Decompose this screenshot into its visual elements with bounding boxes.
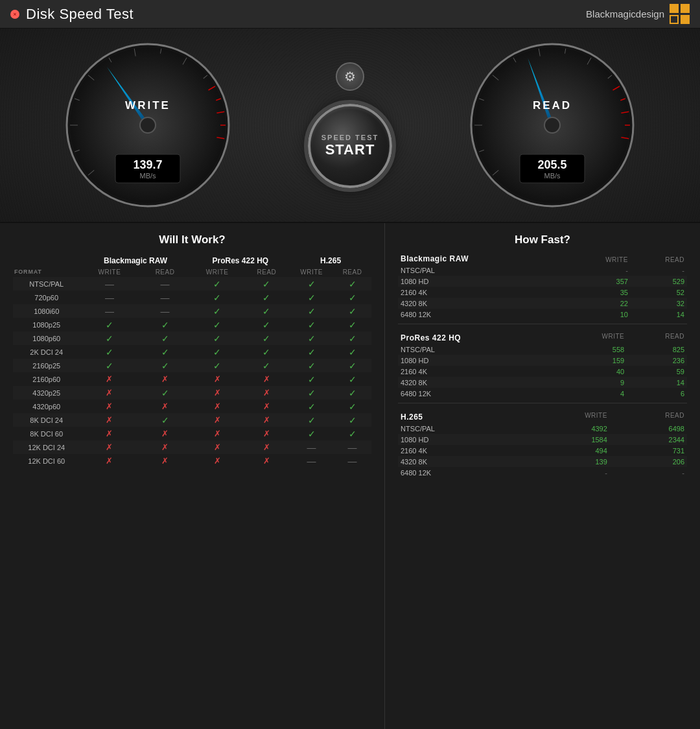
check-cell: — bbox=[139, 277, 191, 291]
table-row: 1080p25✓✓✓✓✓✓ bbox=[13, 318, 371, 331]
hf-value-cell: 558 bbox=[559, 344, 627, 355]
check-cell: ✗ bbox=[191, 386, 244, 400]
format-col-header: FORMAT bbox=[13, 267, 80, 277]
hf-row-label: 4320 8K bbox=[398, 377, 559, 388]
hf-col-header: WRITE bbox=[559, 328, 627, 344]
check-cell: ✓ bbox=[80, 331, 139, 345]
read-gauge-canvas: 205.5 MB/s READ bbox=[468, 41, 636, 209]
check-cell: ✓ bbox=[80, 318, 139, 331]
hf-row-label: 2160 4K bbox=[398, 366, 559, 377]
hf-value-cell: - bbox=[631, 265, 687, 276]
check-cell: ✗ bbox=[80, 427, 139, 440]
brand-logo: Blackmagicdesign bbox=[586, 4, 690, 24]
hf-value-cell: 14 bbox=[627, 377, 687, 388]
list-item: 6480 12K-- bbox=[398, 467, 687, 478]
table-row: 1080i60——✓✓✓✓ bbox=[13, 304, 371, 318]
check-cell: — bbox=[333, 454, 371, 468]
svg-text:READ: READ bbox=[533, 99, 572, 112]
list-item: 4320 8K2232 bbox=[398, 298, 687, 309]
list-item: NTSC/PAL-- bbox=[398, 265, 687, 276]
hf-value-cell: 32 bbox=[631, 298, 687, 309]
hf-col-header: READ bbox=[631, 254, 687, 265]
hf-value-cell: 52 bbox=[631, 287, 687, 298]
hf-value-cell: 6498 bbox=[610, 423, 687, 434]
check-cell: ✓ bbox=[191, 277, 244, 291]
list-item: 2160 4K494731 bbox=[398, 445, 687, 456]
check-cell: ✓ bbox=[290, 291, 333, 304]
hf-value-cell: 159 bbox=[559, 355, 627, 366]
how-fast-panel: How Fast? Blackmagic RAWWRITEREADNTSC/PA… bbox=[385, 223, 700, 729]
hf-row-label: NTSC/PAL bbox=[398, 265, 566, 276]
hf-row-label: NTSC/PAL bbox=[398, 423, 522, 434]
hf-group-header: H.265WRITEREAD bbox=[398, 407, 687, 423]
check-cell: ✗ bbox=[191, 454, 244, 468]
table-row: 1080p60✓✓✓✓✓✓ bbox=[13, 331, 371, 345]
check-cell: ✗ bbox=[191, 427, 244, 440]
hf-value-cell: 9 bbox=[559, 377, 627, 388]
gauge-section: 139.7 MB/s WRITE ⚙ SPEED TEST START bbox=[0, 29, 700, 223]
check-cell: ✓ bbox=[139, 331, 191, 345]
check-cell: ✓ bbox=[290, 372, 333, 386]
hf-section-header: ProRes 422 HQ bbox=[398, 328, 559, 344]
h265-write-header: WRITE bbox=[290, 267, 333, 277]
table-row: 720p60——✓✓✓✓ bbox=[13, 291, 371, 304]
hf-value-cell: 14 bbox=[631, 309, 687, 320]
check-cell: ✗ bbox=[139, 440, 191, 454]
hf-value-cell: 139 bbox=[522, 456, 610, 467]
read-gauge-svg: 205.5 MB/s READ bbox=[468, 41, 636, 209]
check-cell: ✓ bbox=[333, 304, 371, 318]
check-cell: ✓ bbox=[333, 277, 371, 291]
brand-sq-4 bbox=[681, 15, 690, 24]
list-item: 1080 HD15842344 bbox=[398, 434, 687, 445]
list-item: NTSC/PAL43926498 bbox=[398, 423, 687, 434]
format-label-cell: 2160p60 bbox=[13, 372, 80, 386]
hf-value-cell: 825 bbox=[627, 344, 687, 355]
check-cell: ✓ bbox=[290, 400, 333, 413]
check-cell: ✗ bbox=[244, 386, 290, 400]
prores-read-header: READ bbox=[244, 267, 290, 277]
check-cell: ✗ bbox=[191, 372, 244, 386]
write-gauge-svg: 139.7 MB/s WRITE bbox=[64, 41, 232, 209]
app-title: Disk Speed Test bbox=[26, 6, 134, 23]
check-cell: ✓ bbox=[333, 372, 371, 386]
format-label-cell: 2160p25 bbox=[13, 359, 80, 372]
col-group-bmraw: Blackmagic RAW bbox=[80, 254, 191, 267]
hf-value-cell: 35 bbox=[566, 287, 630, 298]
check-cell: ✓ bbox=[191, 318, 244, 331]
check-cell: ✓ bbox=[244, 277, 290, 291]
check-cell: ✓ bbox=[290, 345, 333, 359]
will-it-work-panel: Will It Work? Blackmagic RAW ProRes 422 … bbox=[0, 223, 385, 729]
check-cell: ✓ bbox=[290, 331, 333, 345]
check-cell: ✗ bbox=[139, 400, 191, 413]
hf-col-header: WRITE bbox=[566, 254, 630, 265]
how-fast-table: H.265WRITEREADNTSC/PAL439264981080 HD158… bbox=[398, 407, 687, 478]
start-button[interactable]: SPEED TEST START bbox=[308, 104, 392, 188]
list-item: 4320 8K914 bbox=[398, 377, 687, 388]
list-item: 2160 4K3552 bbox=[398, 287, 687, 298]
format-label-cell: 8K DCI 24 bbox=[13, 413, 80, 427]
check-cell: ✗ bbox=[80, 440, 139, 454]
check-cell: — bbox=[80, 277, 139, 291]
format-label-cell: NTSC/PAL bbox=[13, 277, 80, 291]
check-cell: ✓ bbox=[290, 359, 333, 372]
check-cell: ✗ bbox=[80, 400, 139, 413]
check-cell: ✗ bbox=[191, 440, 244, 454]
close-button[interactable]: × bbox=[10, 10, 19, 19]
check-cell: — bbox=[139, 291, 191, 304]
how-fast-table: Blackmagic RAWWRITEREADNTSC/PAL--1080 HD… bbox=[398, 254, 687, 320]
hf-value-cell: 22 bbox=[566, 298, 630, 309]
check-cell: ✗ bbox=[244, 440, 290, 454]
check-cell: ✓ bbox=[333, 291, 371, 304]
check-cell: ✓ bbox=[191, 331, 244, 345]
hf-row-label: 4320 8K bbox=[398, 456, 522, 467]
hf-row-label: 2160 4K bbox=[398, 287, 566, 298]
hf-section-header: Blackmagic RAW bbox=[398, 254, 566, 265]
hf-value-cell: 494 bbox=[522, 445, 610, 456]
hf-value-cell: 731 bbox=[610, 445, 687, 456]
will-it-work-table: Blackmagic RAW ProRes 422 HQ H.265 FORMA… bbox=[13, 254, 371, 468]
hf-value-cell: 529 bbox=[631, 276, 687, 287]
svg-point-43 bbox=[544, 117, 560, 133]
svg-text:139.7: 139.7 bbox=[134, 158, 163, 171]
settings-button[interactable]: ⚙ bbox=[336, 62, 364, 91]
list-item: 1080 HD357529 bbox=[398, 276, 687, 287]
